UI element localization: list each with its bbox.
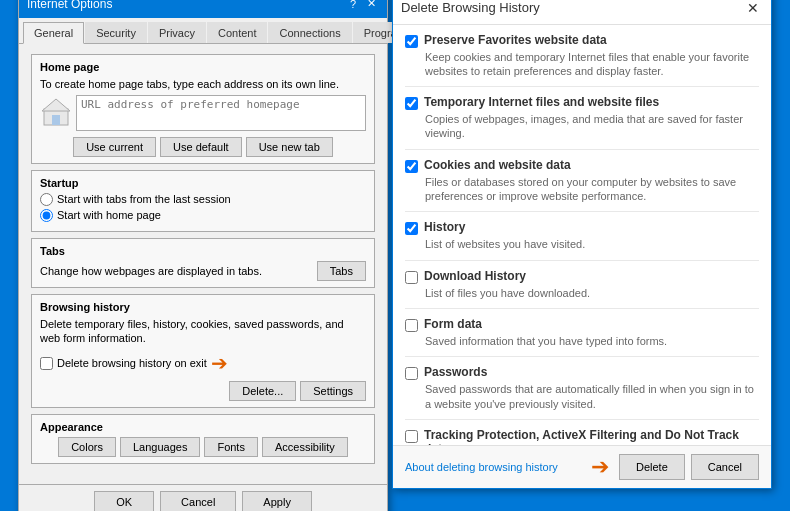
browsing-history-desc: Delete temporary files, history, cookies… <box>40 317 366 346</box>
startup-option1-label: Start with tabs from the last session <box>57 193 231 205</box>
svg-marker-1 <box>42 99 70 111</box>
delete-item-form-data: Form data Saved information that you hav… <box>405 317 759 357</box>
delete-item-tracking: Tracking Protection, ActiveX Filtering a… <box>405 428 759 445</box>
startup-option1-row: Start with tabs from the last session <box>40 193 366 206</box>
cancel-button[interactable]: Cancel <box>160 491 236 511</box>
delete-item-cookies: Cookies and website data Files or databa… <box>405 158 759 213</box>
item-title-3: History <box>424 220 465 234</box>
languages-button[interactable]: Languages <box>120 437 200 457</box>
item-desc-0: Keep cookies and temporary Internet file… <box>405 50 759 79</box>
appearance-title: Appearance <box>40 421 366 433</box>
delete-item-header-0: Preserve Favorites website data <box>405 33 759 48</box>
dialog-content: Home page To create home page tabs, type… <box>19 44 387 481</box>
delete-item-header-6: Passwords <box>405 365 759 380</box>
item-desc-2: Files or databases stored on your comput… <box>405 175 759 204</box>
use-current-button[interactable]: Use current <box>73 137 156 157</box>
delete-close-button[interactable]: ✕ <box>743 0 763 18</box>
delete-item-header-5: Form data <box>405 317 759 332</box>
delete-item-header-7: Tracking Protection, ActiveX Filtering a… <box>405 428 759 445</box>
delete-item-temp-files: Temporary Internet files and website fil… <box>405 95 759 150</box>
item-desc-6: Saved passwords that are automatically f… <box>405 382 759 411</box>
item-desc-4: List of files you have downloaded. <box>405 286 759 300</box>
item-title-5: Form data <box>424 317 482 331</box>
url-input[interactable] <box>76 95 366 131</box>
browsing-history-title: Browsing history <box>40 301 366 313</box>
tab-privacy[interactable]: Privacy <box>148 22 206 43</box>
tab-security[interactable]: Security <box>85 22 147 43</box>
delete-content: Preserve Favorites website data Keep coo… <box>393 25 771 445</box>
tabs-section-row: Change how webpages are displayed in tab… <box>40 261 366 281</box>
delete-title-bar: Delete Browsing History ✕ <box>393 0 771 25</box>
delete-item-header-3: History <box>405 220 759 235</box>
delete-on-exit-row: Delete browsing history on exit ➔ <box>40 351 366 375</box>
startup-title: Startup <box>40 177 366 189</box>
home-page-title: Home page <box>40 61 366 73</box>
accessibility-button[interactable]: Accessibility <box>262 437 348 457</box>
colors-button[interactable]: Colors <box>58 437 116 457</box>
item-desc-5: Saved information that you have typed in… <box>405 334 759 348</box>
browsing-history-section: Browsing history Delete temporary files,… <box>31 294 375 409</box>
home-page-section: Home page To create home page tabs, type… <box>31 54 375 164</box>
tabs-button[interactable]: Tabs <box>317 261 366 281</box>
tab-general[interactable]: General <box>23 22 84 44</box>
startup-option2-radio[interactable] <box>40 209 53 222</box>
apply-button[interactable]: Apply <box>242 491 312 511</box>
title-bar-buttons: ? ✕ <box>345 0 379 12</box>
checkbox-cookies[interactable] <box>405 160 418 173</box>
svg-rect-2 <box>52 115 60 125</box>
delete-item-header-1: Temporary Internet files and website fil… <box>405 95 759 110</box>
about-deleting-link[interactable]: About deleting browsing history <box>405 461 558 473</box>
fonts-button[interactable]: Fonts <box>204 437 258 457</box>
appearance-section: Appearance Colors Languages Fonts Access… <box>31 414 375 464</box>
item-desc-3: List of websites you have visited. <box>405 237 759 251</box>
delete-button[interactable]: Delete... <box>229 381 296 401</box>
delete-item-header-2: Cookies and website data <box>405 158 759 173</box>
tabs-settings-section: Tabs Change how webpages are displayed i… <box>31 238 375 288</box>
tabs-section-title: Tabs <box>40 245 366 257</box>
question-mark-icon[interactable]: ? <box>345 0 361 12</box>
delete-browsing-history-dialog: Delete Browsing History ✕ Preserve Favor… <box>392 0 772 489</box>
startup-option2-label: Start with home page <box>57 209 161 221</box>
startup-option1-radio[interactable] <box>40 193 53 206</box>
dialog-title: Internet Options <box>27 0 112 11</box>
appearance-buttons: Colors Languages Fonts Accessibility <box>40 437 366 457</box>
title-bar: Internet Options ? ✕ <box>19 0 387 18</box>
home-icon <box>40 95 72 130</box>
item-title-7: Tracking Protection, ActiveX Filtering a… <box>424 428 759 445</box>
checkbox-passwords[interactable] <box>405 367 418 380</box>
close-icon[interactable]: ✕ <box>363 0 379 12</box>
dialog-footer: OK Cancel Apply <box>19 484 387 511</box>
delete-item-passwords: Passwords Saved passwords that are autom… <box>405 365 759 420</box>
item-title-0: Preserve Favorites website data <box>424 33 607 47</box>
item-title-2: Cookies and website data <box>424 158 571 172</box>
item-desc-1: Copies of webpages, images, and media th… <box>405 112 759 141</box>
home-page-input-row <box>40 95 366 131</box>
checkbox-form-data[interactable] <box>405 319 418 332</box>
delete-on-exit-checkbox[interactable] <box>40 357 53 370</box>
tabs-desc: Change how webpages are displayed in tab… <box>40 265 262 277</box>
checkbox-download-history[interactable] <box>405 271 418 284</box>
checkbox-temp-files[interactable] <box>405 97 418 110</box>
tab-content[interactable]: Content <box>207 22 268 43</box>
home-page-desc: To create home page tabs, type each addr… <box>40 77 366 91</box>
startup-option2-row: Start with home page <box>40 209 366 222</box>
tab-connections[interactable]: Connections <box>268 22 351 43</box>
startup-section: Startup Start with tabs from the last se… <box>31 170 375 232</box>
checkbox-tracking[interactable] <box>405 430 418 443</box>
delete-footer-buttons: ➔ Delete Cancel <box>591 454 759 480</box>
checkbox-history[interactable] <box>405 222 418 235</box>
delete-on-exit-label: Delete browsing history on exit <box>57 357 207 369</box>
internet-options-dialog: Internet Options ? ✕ General Security Pr… <box>18 0 388 511</box>
checkbox-preserve-favorites[interactable] <box>405 35 418 48</box>
settings-button[interactable]: Settings <box>300 381 366 401</box>
arrow-annotation-1: ➔ <box>211 351 228 375</box>
item-title-1: Temporary Internet files and website fil… <box>424 95 659 109</box>
delete-confirm-button[interactable]: Delete <box>619 454 685 480</box>
delete-item-history: History List of websites you have visite… <box>405 220 759 260</box>
use-new-tab-button[interactable]: Use new tab <box>246 137 333 157</box>
use-default-button[interactable]: Use default <box>160 137 242 157</box>
delete-dialog-title: Delete Browsing History <box>401 0 540 15</box>
item-title-4: Download History <box>424 269 526 283</box>
delete-cancel-button[interactable]: Cancel <box>691 454 759 480</box>
ok-button[interactable]: OK <box>94 491 154 511</box>
